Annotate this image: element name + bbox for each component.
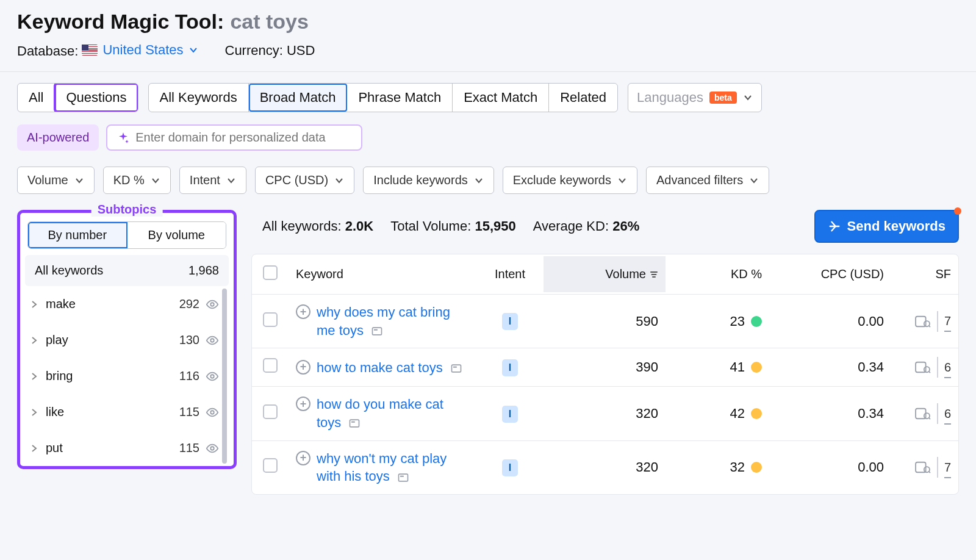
row-checkbox[interactable] (263, 312, 278, 327)
col-kd[interactable]: KD % (666, 256, 769, 292)
tab-exact-match[interactable]: Exact Match (453, 84, 549, 112)
intent-badge: I (502, 313, 518, 330)
serp-features-icon[interactable] (915, 407, 931, 420)
keyword-link[interactable]: how do you make cat toys (317, 397, 443, 430)
volume-value: 320 (544, 459, 666, 475)
svg-line-9 (928, 325, 930, 327)
sidebar-item-label[interactable]: like (46, 405, 179, 419)
table-row: + why does my cat bring me toys I 590 23… (252, 295, 958, 348)
filter-include-keywords[interactable]: Include keywords (363, 167, 494, 194)
tab-questions[interactable]: Questions (55, 84, 137, 112)
kd-value: 23 (730, 314, 745, 329)
sidebar-item-label[interactable]: put (46, 441, 179, 455)
sidebar-tab-by-volume[interactable]: By volume (127, 222, 226, 248)
svg-rect-6 (374, 329, 378, 331)
stat-all-value: 2.0K (345, 218, 373, 234)
languages-label: Languages (637, 90, 703, 106)
serp-features-icon[interactable] (915, 315, 931, 328)
keyword-link[interactable]: why won't my cat play with his toys (317, 451, 447, 484)
svg-point-1 (210, 339, 214, 342)
sidebar-item: make 292 (25, 286, 229, 322)
languages-dropdown[interactable]: Languages beta (628, 83, 762, 112)
serp-features-icon[interactable] (915, 461, 931, 474)
serp-features-icon[interactable] (915, 361, 931, 374)
svg-point-3 (210, 411, 214, 414)
divider (937, 311, 938, 332)
eye-icon[interactable] (206, 298, 219, 311)
stat-kd-value: 26% (612, 218, 639, 234)
tab-broad-match[interactable]: Broad Match (249, 84, 348, 112)
tab-related[interactable]: Related (549, 84, 617, 112)
table-row: + why won't my cat play with his toys I … (252, 441, 958, 494)
sidebar-tab-by-number[interactable]: By number (28, 222, 127, 248)
sidebar-item-label[interactable]: make (46, 297, 179, 311)
col-keyword[interactable]: Keyword (289, 256, 476, 292)
kd-value: 32 (730, 459, 745, 475)
filter-exclude-keywords[interactable]: Exclude keywords (503, 167, 637, 194)
ai-domain-input[interactable] (135, 131, 351, 145)
row-checkbox[interactable] (263, 404, 278, 419)
chevron-right-icon[interactable] (30, 300, 46, 309)
svg-rect-21 (400, 475, 404, 476)
sidebar-item-count: 116 (179, 369, 199, 383)
add-keyword-icon[interactable]: + (296, 451, 310, 465)
cpc-value: 0.00 (769, 459, 891, 475)
tab-all-keywords[interactable]: All Keywords (149, 84, 249, 112)
sparkle-icon (117, 132, 129, 144)
keyword-link[interactable]: why does my cat bring me toys (317, 304, 450, 338)
keyword-link[interactable]: how to make cat toys (317, 360, 443, 375)
cpc-value: 0.34 (769, 406, 891, 422)
eye-icon[interactable] (206, 334, 219, 347)
divider (937, 357, 938, 378)
serp-icon[interactable] (348, 417, 361, 429)
chevron-right-icon[interactable] (30, 372, 46, 381)
kd-dot-icon (751, 462, 762, 473)
sidebar-item-count: 115 (179, 405, 199, 419)
tab-phrase-match[interactable]: Phrase Match (347, 84, 453, 112)
table-row: + how do you make cat toys I 320 42 0.34 (252, 387, 958, 440)
ai-domain-input-wrap[interactable] (106, 124, 362, 151)
chevron-right-icon[interactable] (30, 444, 46, 453)
sidebar-item: bring 116 (25, 358, 229, 394)
chevron-right-icon[interactable] (30, 408, 46, 417)
col-volume[interactable]: Volume (544, 256, 666, 292)
svg-rect-10 (451, 365, 461, 372)
filter-cpc[interactable]: CPC (USD) (255, 167, 354, 194)
sf-value: 6 (944, 361, 951, 375)
chevron-down-icon (617, 176, 627, 185)
col-cpc[interactable]: CPC (USD) (769, 256, 891, 292)
filter-intent[interactable]: Intent (179, 167, 246, 194)
stat-all-label: All keywords: (262, 218, 342, 234)
filter-volume[interactable]: Volume (17, 167, 95, 194)
add-keyword-icon[interactable]: + (296, 360, 310, 375)
database-country-dropdown[interactable]: United States (82, 42, 198, 58)
filter-kd[interactable]: KD % (103, 167, 171, 194)
serp-icon[interactable] (397, 472, 409, 484)
add-keyword-icon[interactable]: + (296, 397, 310, 411)
sidebar-item-label[interactable]: bring (46, 369, 179, 383)
database-label: Database: (17, 43, 78, 59)
sidebar-item-label[interactable]: play (46, 333, 179, 347)
filter-advanced[interactable]: Advanced filters (646, 167, 769, 194)
add-keyword-icon[interactable]: + (296, 304, 310, 319)
row-checkbox[interactable] (263, 358, 278, 373)
tab-all[interactable]: All (18, 84, 55, 112)
send-keywords-button[interactable]: Send keywords (814, 210, 959, 243)
select-all-checkbox[interactable] (263, 265, 278, 280)
eye-icon[interactable] (206, 406, 219, 419)
eye-icon[interactable] (206, 370, 219, 383)
svg-point-2 (210, 375, 214, 378)
col-sf[interactable]: SF (891, 256, 958, 292)
serp-icon[interactable] (371, 325, 383, 337)
col-intent[interactable]: Intent (476, 256, 544, 292)
chevron-right-icon[interactable] (30, 336, 46, 345)
row-checkbox[interactable] (263, 458, 278, 473)
kd-dot-icon (751, 362, 762, 373)
subtopics-sidebar: Subtopics By number By volume All keywor… (17, 210, 237, 469)
arrow-right-icon (828, 220, 841, 233)
eye-icon[interactable] (206, 442, 219, 455)
table-row: + how to make cat toys I 390 41 0.34 (252, 348, 958, 387)
stat-total-label: Total Volume: (390, 218, 471, 234)
serp-icon[interactable] (450, 362, 462, 375)
sidebar-all-keywords-count: 1,968 (188, 264, 219, 278)
